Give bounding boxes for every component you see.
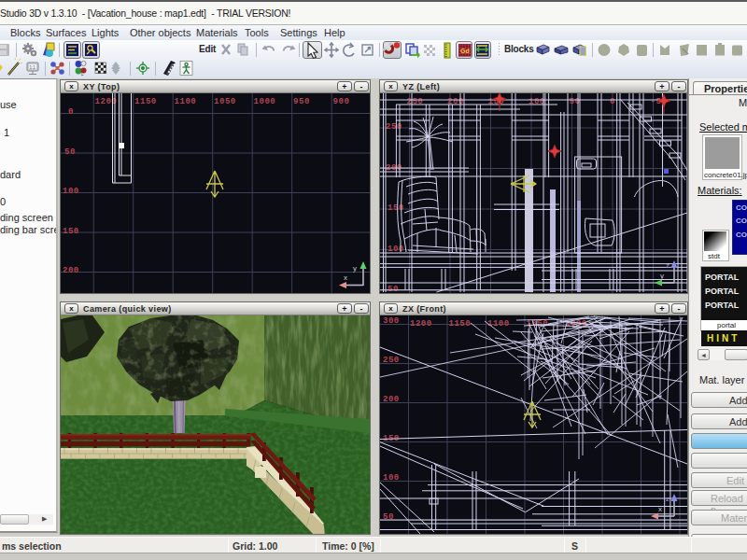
svg-text:z: z xyxy=(666,495,669,503)
svg-text:1000: 1000 xyxy=(254,97,276,106)
svg-text:z: z xyxy=(666,261,669,270)
svg-text:200: 200 xyxy=(63,266,79,275)
svg-text:Gd: Gd xyxy=(460,48,470,54)
svg-text:100: 100 xyxy=(388,245,404,254)
svg-text:y: y xyxy=(660,272,664,280)
svg-text:300: 300 xyxy=(383,316,400,326)
svg-text:1100: 1100 xyxy=(175,97,197,106)
svg-text:1:1: 1:1 xyxy=(30,65,36,70)
svg-text:950: 950 xyxy=(293,97,310,106)
svg-text:150: 150 xyxy=(63,227,79,236)
svg-text:1200: 1200 xyxy=(95,97,118,106)
svg-text:1200: 1200 xyxy=(410,319,432,329)
svg-text:x: x xyxy=(344,273,347,282)
svg-text:50: 50 xyxy=(570,97,581,106)
svg-text:1100: 1100 xyxy=(487,319,510,329)
svg-text:y: y xyxy=(353,264,357,273)
svg-text:50: 50 xyxy=(64,147,76,157)
svg-text:0: 0 xyxy=(68,107,74,117)
svg-text:250: 250 xyxy=(383,356,400,365)
svg-text:0: 0 xyxy=(610,97,615,106)
svg-text:50: 50 xyxy=(388,285,399,293)
svg-text:x: x xyxy=(658,505,662,513)
svg-text:1150: 1150 xyxy=(449,319,472,329)
svg-text:100: 100 xyxy=(63,187,79,196)
svg-text:1150: 1150 xyxy=(134,97,157,106)
svg-text:200: 200 xyxy=(383,395,400,404)
svg-text:100: 100 xyxy=(383,473,400,483)
svg-text:900: 900 xyxy=(333,97,350,106)
svg-text:1050: 1050 xyxy=(214,97,236,106)
